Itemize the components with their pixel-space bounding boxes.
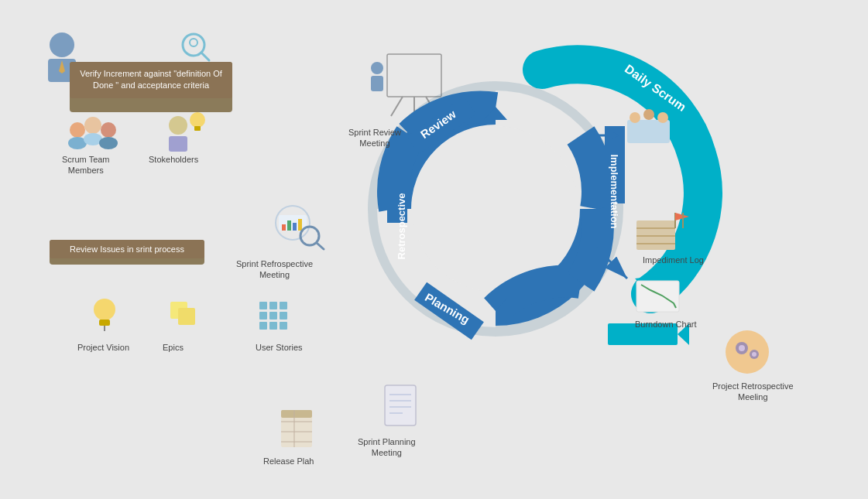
scrum-person3-head (657, 112, 668, 123)
project-retro-head-icon (726, 330, 769, 374)
sprint-review-board (387, 54, 441, 97)
impediment-log-item: Impediment Log (643, 251, 704, 265)
person-tie-icon (59, 60, 65, 73)
user-story-sq8 (269, 322, 277, 330)
retro-bar4 (298, 219, 302, 231)
impl-arrow (596, 248, 627, 279)
retro-chart-icon (279, 215, 307, 231)
epics-note2-icon (178, 308, 195, 325)
arc-right-bottom (581, 209, 598, 282)
epics-item: Epics (163, 339, 184, 353)
project-vision-bulb-icon (94, 299, 115, 320)
scrum-team-item: Scrum Team Members (62, 151, 110, 176)
stakeholder-body-icon (169, 136, 187, 152)
sprint-planning-doc-icon (385, 385, 416, 426)
release-plan-item: Release Plah (263, 453, 314, 467)
circle-arrow-top (484, 107, 507, 120)
impediment-log-icon (636, 220, 675, 250)
team-person2-body (84, 133, 102, 145)
arrow-to-right-top-head (612, 132, 619, 139)
user-story-sq3 (280, 302, 287, 309)
retro-gear1-inner (739, 345, 745, 351)
user-story-sq7 (259, 322, 267, 330)
retro-circle-icon (276, 206, 310, 240)
user-story-sq6 (280, 312, 287, 320)
implementation-arc-label: Implementation (609, 154, 620, 228)
sprint-planning-item: Sprint Planning Meeting (358, 433, 416, 459)
burndown-chart-icon (636, 281, 679, 312)
teal-arc-arrow (635, 275, 666, 294)
burndown-chart-item: Burndown Chart (635, 316, 697, 330)
planning-arc-label: Planning (423, 290, 472, 326)
retro-bar2 (287, 220, 291, 231)
lightbulb-icon (190, 112, 205, 128)
retro-magnifier-handle (317, 243, 324, 249)
circle-arrow-bottom (484, 298, 507, 311)
review-issues-box-label: Review Issues in srint process (50, 240, 204, 258)
gap-bottom-left (395, 209, 496, 309)
search-circle-icon (183, 34, 204, 56)
search-inner-icon (190, 39, 197, 46)
stakeholder-head-icon (169, 116, 187, 135)
scrum-person2-head (643, 109, 654, 120)
board-leg2 (426, 97, 437, 116)
daily-scrum-label: Daily Scrum (622, 62, 688, 114)
team-person3-head (101, 122, 116, 138)
person-head-icon (50, 32, 74, 57)
release-plan-icon (281, 410, 312, 447)
sprint-review-person-head (371, 62, 383, 74)
team-person1-body (68, 137, 87, 149)
lightbulb-base-icon (194, 126, 201, 131)
user-story-sq4 (259, 312, 267, 320)
arc-right (581, 135, 598, 209)
retro-bar1 (282, 224, 286, 231)
project-vision-item: Project Vision (77, 339, 129, 353)
impediment-flag (675, 213, 689, 220)
arc-bottom-right (496, 282, 581, 309)
burndown-line (641, 285, 676, 308)
epics-note1-icon (170, 302, 187, 319)
retro-magnifier-circle (300, 227, 319, 245)
retro-gear2-inner (752, 352, 756, 357)
retrospective-arc-label: Retrospective (396, 193, 407, 260)
sprint-review-person-body (371, 76, 383, 91)
user-story-sq9 (280, 322, 287, 330)
user-stories-item: User Stories (256, 339, 303, 353)
inner-fill (412, 125, 579, 292)
sprint-review-item: Sprint Review Meeting (348, 124, 401, 149)
diagram-container: Verify Increment against "definition Of … (0, 0, 868, 499)
search-line-icon (201, 53, 209, 60)
team-person1-head (70, 122, 85, 138)
team-person2-head (84, 117, 101, 134)
verify-increment-box: Verify Increment against "definition Of … (70, 62, 232, 98)
user-story-sq5 (269, 312, 277, 320)
gap-top-right (496, 108, 596, 209)
user-story-sq1 (259, 302, 267, 309)
project-retro-item: Project Retrospective Meeling (712, 378, 794, 403)
review-arc-label: Review (418, 108, 458, 142)
release-plan-header (281, 410, 312, 418)
retro-gear1-icon (736, 342, 748, 354)
scrum-table-icon (627, 120, 670, 143)
board-leg1 (391, 97, 403, 116)
retro-bar3 (293, 223, 297, 231)
sprint-retro-item: Sprint Refrospective Meeting (236, 255, 313, 281)
stakeholders-item: Stokeholders (149, 151, 198, 165)
project-vision-base-icon (99, 320, 110, 326)
scrum-person1-head (630, 112, 640, 123)
retro-gear2-icon (750, 350, 759, 359)
user-story-sq2 (269, 302, 277, 309)
team-person3-body (99, 137, 118, 149)
